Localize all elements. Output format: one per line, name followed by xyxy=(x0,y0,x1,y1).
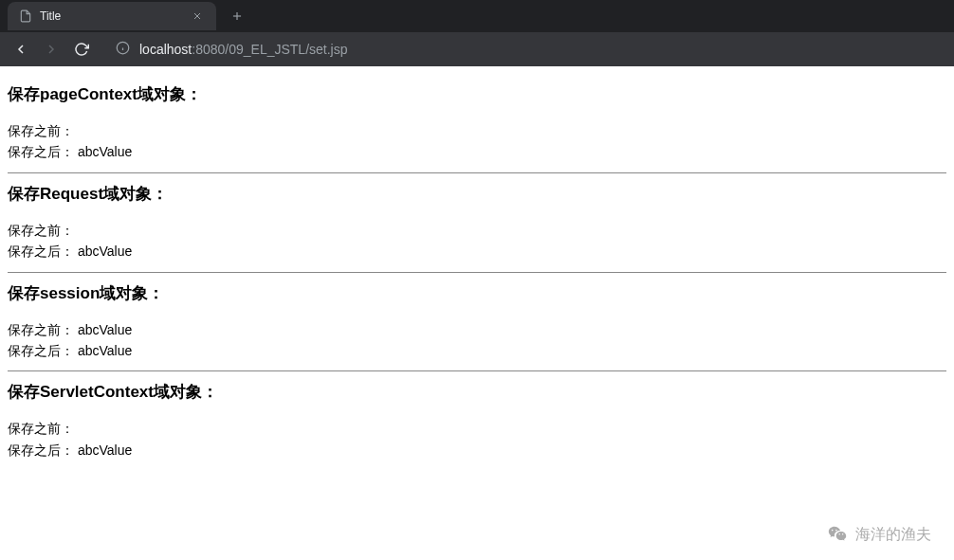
tab-title: Title xyxy=(40,9,182,23)
section-servlet-context: 保存ServletContext域对象： 保存之前： 保存之后： abcValu… xyxy=(8,381,946,461)
section-request: 保存Request域对象： 保存之前： 保存之后： abcValue xyxy=(8,183,946,262)
before-label: 保存之前： xyxy=(8,421,74,436)
after-row: 保存之后： abcValue xyxy=(8,141,946,162)
after-value: abcValue xyxy=(78,244,132,259)
section-heading: 保存pageContext域对象： xyxy=(8,83,946,105)
after-row: 保存之后： abcValue xyxy=(8,241,946,262)
browser-chrome: Title xyxy=(0,0,954,66)
after-label: 保存之后： xyxy=(8,144,74,159)
url-text: localhost:8080/09_EL_JSTL/set.jsp xyxy=(139,42,348,57)
url-path: /09_EL_JSTL/set.jsp xyxy=(225,42,347,57)
tab-bar: Title xyxy=(0,0,954,32)
after-label: 保存之后： xyxy=(8,343,74,358)
watermark: 海洋的渔夫 xyxy=(827,524,931,545)
before-row: 保存之前： xyxy=(8,220,946,241)
url-host: localhost xyxy=(139,42,192,57)
after-value: abcValue xyxy=(78,443,132,458)
section-heading: 保存Request域对象： xyxy=(8,183,946,205)
reload-button[interactable] xyxy=(68,36,95,63)
watermark-text: 海洋的渔夫 xyxy=(855,525,931,545)
wechat-icon xyxy=(827,524,848,545)
section-page-context: 保存pageContext域对象： 保存之前： 保存之后： abcValue xyxy=(8,83,946,163)
close-icon[interactable] xyxy=(190,9,205,24)
before-label: 保存之前： xyxy=(8,322,74,337)
back-button[interactable] xyxy=(8,36,34,63)
divider xyxy=(8,370,946,371)
before-row: 保存之前： abcValue xyxy=(8,319,946,340)
section-heading: 保存ServletContext域对象： xyxy=(8,381,946,403)
address-bar[interactable]: localhost:8080/09_EL_JSTL/set.jsp xyxy=(104,36,946,63)
page-icon xyxy=(19,9,32,23)
forward-button[interactable] xyxy=(38,36,64,63)
after-label: 保存之后： xyxy=(8,443,74,458)
divider xyxy=(8,272,946,273)
after-row: 保存之后： abcValue xyxy=(8,440,946,461)
section-session: 保存session域对象： 保存之前： abcValue 保存之后： abcVa… xyxy=(8,282,946,362)
section-heading: 保存session域对象： xyxy=(8,282,946,304)
url-port: :8080 xyxy=(192,42,225,57)
divider xyxy=(8,172,946,173)
after-value: abcValue xyxy=(78,144,132,159)
after-label: 保存之后： xyxy=(8,244,74,259)
info-icon[interactable] xyxy=(116,41,130,58)
after-row: 保存之后： abcValue xyxy=(8,340,946,361)
browser-tab[interactable]: Title xyxy=(8,2,216,30)
browser-toolbar: localhost:8080/09_EL_JSTL/set.jsp xyxy=(0,32,954,66)
before-row: 保存之前： xyxy=(8,418,946,439)
before-label: 保存之前： xyxy=(8,123,74,138)
page-content: 保存pageContext域对象： 保存之前： 保存之后： abcValue 保… xyxy=(0,66,954,472)
before-row: 保存之前： xyxy=(8,120,946,141)
before-label: 保存之前： xyxy=(8,223,74,238)
after-value: abcValue xyxy=(78,343,132,358)
new-tab-button[interactable] xyxy=(224,3,250,29)
before-value: abcValue xyxy=(78,322,132,337)
